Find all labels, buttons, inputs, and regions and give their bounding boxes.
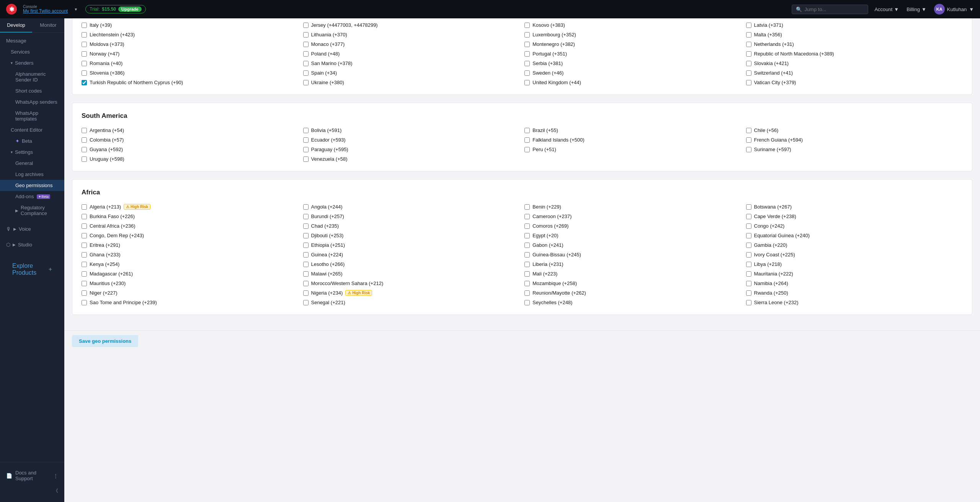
country-checkbox[interactable] (82, 137, 87, 143)
sidebar-collapse-button[interactable]: 《 (0, 484, 64, 497)
country-checkbox[interactable] (524, 290, 530, 296)
country-checkbox[interactable] (524, 262, 530, 267)
search-bar[interactable]: 🔍 (792, 5, 868, 14)
sidebar-item-whatsapp-senders[interactable]: WhatsApp senders (0, 96, 64, 108)
sidebar-item-settings[interactable]: ▾ Settings (0, 147, 64, 158)
country-checkbox[interactable] (82, 204, 87, 210)
sidebar-item-short-codes[interactable]: Short codes (0, 85, 64, 96)
country-checkbox[interactable] (303, 290, 309, 296)
country-checkbox[interactable] (524, 128, 530, 133)
country-checkbox[interactable] (82, 32, 87, 37)
user-menu[interactable]: KA Kutluhan ▼ (934, 4, 974, 15)
sidebar-item-log-archives[interactable]: Log archives (0, 169, 64, 180)
country-checkbox[interactable] (524, 51, 530, 57)
country-checkbox[interactable] (303, 137, 309, 143)
country-checkbox[interactable] (82, 290, 87, 296)
country-checkbox[interactable] (524, 271, 530, 277)
upgrade-button[interactable]: Upgrade (118, 7, 142, 12)
country-checkbox[interactable] (524, 137, 530, 143)
search-input[interactable] (804, 7, 862, 12)
country-checkbox[interactable] (746, 233, 751, 238)
explore-products-button[interactable]: Explore Products + (6, 259, 58, 279)
country-checkbox[interactable] (524, 42, 530, 47)
billing-menu[interactable]: Billing ▼ (906, 7, 926, 12)
country-checkbox[interactable] (524, 204, 530, 210)
tab-monitor[interactable]: Monitor (32, 18, 64, 33)
country-checkbox[interactable] (746, 223, 751, 229)
country-checkbox[interactable] (82, 300, 87, 305)
country-checkbox[interactable] (746, 80, 751, 85)
country-checkbox[interactable] (746, 61, 751, 66)
country-checkbox[interactable] (303, 42, 309, 47)
country-checkbox[interactable] (524, 147, 530, 152)
country-checkbox[interactable] (303, 70, 309, 76)
country-checkbox[interactable] (82, 243, 87, 248)
country-checkbox[interactable] (82, 156, 87, 162)
country-checkbox[interactable] (82, 80, 87, 85)
country-checkbox[interactable] (746, 290, 751, 296)
country-checkbox[interactable] (746, 23, 751, 28)
sidebar-item-message[interactable]: Message (0, 35, 64, 46)
save-geo-permissions-button[interactable]: Save geo permissions (72, 335, 138, 347)
country-checkbox[interactable] (746, 300, 751, 305)
country-checkbox[interactable] (303, 271, 309, 277)
sidebar-item-services[interactable]: Services (0, 46, 64, 57)
country-checkbox[interactable] (303, 252, 309, 258)
sidebar-item-voice[interactable]: 🎙 ▶ Voice (0, 223, 64, 235)
country-checkbox[interactable] (82, 252, 87, 258)
sidebar-item-general[interactable]: General (0, 158, 64, 169)
country-checkbox[interactable] (524, 233, 530, 238)
sidebar-item-add-ons[interactable]: Add-ons ✦Beta (0, 191, 64, 202)
country-checkbox[interactable] (303, 32, 309, 37)
country-checkbox[interactable] (746, 204, 751, 210)
country-checkbox[interactable] (303, 61, 309, 66)
country-checkbox[interactable] (524, 214, 530, 219)
sidebar-item-docs-support[interactable]: 📄 Docs and Support ⋮ (0, 467, 64, 484)
country-checkbox[interactable] (303, 223, 309, 229)
country-checkbox[interactable] (82, 271, 87, 277)
country-checkbox[interactable] (746, 128, 751, 133)
country-checkbox[interactable] (524, 243, 530, 248)
country-checkbox[interactable] (524, 252, 530, 258)
tab-develop[interactable]: Develop (0, 18, 32, 33)
sidebar-item-beta[interactable]: ✦ Beta (0, 135, 64, 147)
account-menu[interactable]: Account ▼ (874, 7, 899, 12)
country-checkbox[interactable] (524, 300, 530, 305)
sidebar-item-regulatory-compliance[interactable]: ▶ Regulatory Compliance (0, 202, 64, 219)
country-checkbox[interactable] (303, 51, 309, 57)
account-name[interactable]: My first Twilio account (23, 9, 68, 14)
sidebar-item-studio[interactable]: ⬡ ▶ Studio (0, 239, 64, 250)
country-checkbox[interactable] (303, 128, 309, 133)
country-checkbox[interactable] (82, 281, 87, 286)
country-checkbox[interactable] (82, 42, 87, 47)
sidebar-item-whatsapp-templates[interactable]: WhatsApp templates (0, 108, 64, 124)
country-checkbox[interactable] (524, 80, 530, 85)
country-checkbox[interactable] (303, 300, 309, 305)
country-checkbox[interactable] (746, 51, 751, 57)
country-checkbox[interactable] (303, 281, 309, 286)
country-checkbox[interactable] (746, 42, 751, 47)
country-checkbox[interactable] (746, 147, 751, 152)
country-checkbox[interactable] (82, 262, 87, 267)
country-checkbox[interactable] (746, 70, 751, 76)
country-checkbox[interactable] (303, 204, 309, 210)
country-checkbox[interactable] (303, 262, 309, 267)
country-checkbox[interactable] (524, 61, 530, 66)
country-checkbox[interactable] (524, 70, 530, 76)
country-checkbox[interactable] (303, 147, 309, 152)
country-checkbox[interactable] (746, 262, 751, 267)
country-checkbox[interactable] (746, 271, 751, 277)
country-checkbox[interactable] (82, 147, 87, 152)
country-checkbox[interactable] (82, 223, 87, 229)
account-chevron-icon[interactable]: ▼ (74, 7, 78, 11)
sidebar-item-geo-permissions[interactable]: Geo permissions (0, 180, 64, 191)
country-checkbox[interactable] (746, 137, 751, 143)
country-checkbox[interactable] (746, 243, 751, 248)
country-checkbox[interactable] (524, 32, 530, 37)
sidebar-item-senders[interactable]: ▾ Senders (0, 57, 64, 68)
country-checkbox[interactable] (82, 214, 87, 219)
country-checkbox[interactable] (303, 214, 309, 219)
country-checkbox[interactable] (303, 80, 309, 85)
country-checkbox[interactable] (82, 128, 87, 133)
country-checkbox[interactable] (303, 243, 309, 248)
